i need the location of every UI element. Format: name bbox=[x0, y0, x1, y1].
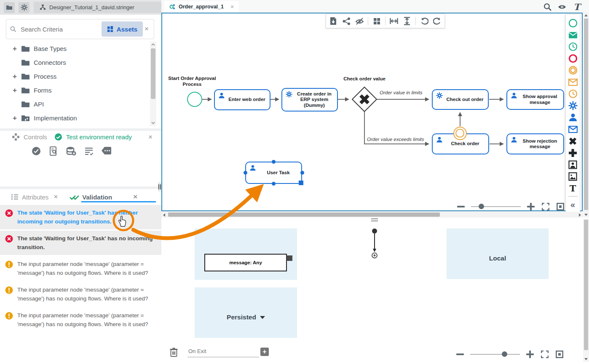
scroll-up-icon[interactable] bbox=[584, 14, 588, 16]
add-action-button[interactable]: + bbox=[260, 348, 269, 356]
validation-item-error[interactable]: The state 'Waiting for User_Task' has ne… bbox=[0, 205, 161, 229]
tab-attributes[interactable]: Attributes × bbox=[11, 193, 59, 201]
fit-view-icon[interactable] bbox=[556, 202, 565, 212]
left-splitter-handle[interactable] bbox=[158, 182, 161, 191]
service-task-icon[interactable] bbox=[568, 100, 578, 112]
tree-item-forms[interactable]: +Forms bbox=[0, 83, 148, 97]
scrollbar-thumb[interactable] bbox=[151, 48, 155, 99]
zoom-slider[interactable] bbox=[470, 354, 520, 355]
expand-icon[interactable]: + bbox=[11, 45, 19, 53]
scroll-down-icon[interactable] bbox=[584, 214, 588, 216]
resize-handle[interactable] bbox=[299, 181, 303, 185]
timer-intermediate-event-icon[interactable] bbox=[568, 88, 578, 100]
zoom-in-icon[interactable] bbox=[525, 349, 535, 359]
task-user-task[interactable]: User Task bbox=[245, 162, 302, 184]
parallel-gateway-icon[interactable] bbox=[568, 147, 578, 159]
zoom-out-icon[interactable] bbox=[455, 349, 465, 359]
intermediate-event-icon[interactable] bbox=[568, 64, 578, 76]
selection-handle[interactable] bbox=[300, 171, 304, 175]
tab-validation[interactable]: Validation × bbox=[70, 193, 139, 201]
scroll-left-icon[interactable] bbox=[163, 213, 165, 217]
delete-button[interactable] bbox=[169, 347, 178, 357]
tab-order-approval[interactable]: Order_approval_1 × bbox=[164, 1, 239, 13]
chevron-down-icon[interactable] bbox=[260, 316, 265, 319]
search-input[interactable] bbox=[20, 25, 85, 33]
tree-item-base-types[interactable]: +Base Types bbox=[0, 42, 148, 56]
validate-button[interactable] bbox=[31, 146, 41, 158]
canvas-hscrollbar[interactable] bbox=[161, 212, 583, 218]
task-show-approval[interactable]: Show approval message bbox=[506, 89, 564, 110]
start-event[interactable] bbox=[187, 92, 202, 107]
selection-handle[interactable] bbox=[272, 160, 276, 164]
validation-item-warning[interactable]: The input parameter node 'message' (para… bbox=[0, 256, 161, 281]
timer-start-event-icon[interactable] bbox=[568, 41, 578, 53]
tree-scrollbar[interactable] bbox=[150, 42, 156, 126]
scrollbar-thumb[interactable] bbox=[584, 220, 588, 350]
expand-icon[interactable]: + bbox=[11, 114, 19, 122]
selection-handle[interactable] bbox=[244, 171, 247, 175]
tree-item-implementation[interactable]: +Implementation bbox=[0, 111, 148, 125]
zoom-in-icon[interactable] bbox=[526, 202, 535, 212]
scrollbar-thumb[interactable] bbox=[584, 19, 588, 210]
scroll-up-icon[interactable] bbox=[151, 43, 155, 46]
group-persisted[interactable]: Persisted bbox=[195, 287, 297, 338]
search-icon[interactable] bbox=[543, 2, 552, 12]
tree-item-process[interactable]: +Process bbox=[0, 69, 148, 83]
image-icon[interactable] bbox=[568, 170, 578, 182]
connector-handle[interactable] bbox=[286, 255, 292, 261]
eye-icon[interactable] bbox=[557, 2, 567, 12]
expand-icon[interactable]: + bbox=[11, 86, 19, 95]
controls-close-icon[interactable]: × bbox=[147, 133, 154, 141]
tag-button[interactable] bbox=[101, 146, 112, 158]
boundary-event[interactable] bbox=[453, 127, 467, 140]
validation-item-warning[interactable]: The input parameter node 'message' (para… bbox=[0, 282, 161, 306]
zoom-out-icon[interactable] bbox=[456, 202, 466, 212]
end-event-icon[interactable] bbox=[568, 53, 578, 64]
assets-button[interactable]: Assets bbox=[102, 21, 143, 37]
task-create-order[interactable]: Create order in ERP system (Dummy) bbox=[281, 88, 338, 112]
inspect-document-button[interactable] bbox=[48, 146, 59, 158]
fullscreen-icon[interactable] bbox=[540, 349, 549, 359]
expand-icon[interactable]: + bbox=[11, 72, 19, 81]
text-tool-icon[interactable]: T bbox=[572, 2, 581, 12]
panel-drag-handle[interactable] bbox=[371, 218, 378, 222]
tree-item-connectors[interactable]: Connectors bbox=[0, 56, 148, 69]
fit-view-icon[interactable] bbox=[555, 349, 564, 359]
tab-close-icon[interactable]: × bbox=[230, 3, 234, 10]
zoom-slider-handle[interactable] bbox=[479, 204, 484, 209]
scroll-down-icon[interactable] bbox=[584, 358, 588, 360]
message-intermediate-event-icon[interactable] bbox=[568, 76, 578, 88]
project-tab[interactable]: Designer_Tutorial_1_david.stringer bbox=[34, 2, 161, 13]
group-local[interactable]: Local bbox=[447, 228, 549, 279]
settings-button[interactable] bbox=[19, 2, 29, 13]
diagram-canvas[interactable]: Start Order Approval Process Check order… bbox=[161, 13, 583, 211]
validation-item-warning[interactable]: The input parameter node 'message' (para… bbox=[0, 308, 161, 332]
scroll-down-icon[interactable] bbox=[151, 121, 155, 125]
tree-item-api[interactable]: API bbox=[0, 97, 148, 111]
scroll-right-icon[interactable] bbox=[579, 213, 581, 217]
send-task-icon[interactable] bbox=[568, 123, 578, 135]
scrollbar-thumb[interactable] bbox=[168, 213, 440, 217]
message-start-event-icon[interactable] bbox=[568, 29, 578, 41]
exclusive-gateway-icon[interactable] bbox=[568, 135, 578, 147]
validation-close-icon[interactable]: × bbox=[131, 193, 139, 201]
attributes-close-icon[interactable]: × bbox=[52, 193, 59, 201]
selection-handle[interactable] bbox=[272, 182, 276, 186]
fullscreen-icon[interactable] bbox=[541, 202, 550, 212]
task-enter-web-order[interactable]: Enter web order bbox=[214, 89, 270, 110]
panel-vscrollbar[interactable] bbox=[583, 219, 589, 362]
checklist-button[interactable] bbox=[84, 146, 94, 158]
task-check-out-order[interactable]: Check out order bbox=[432, 89, 489, 110]
zoom-slider-handle[interactable] bbox=[502, 351, 507, 357]
user-task-icon[interactable] bbox=[568, 112, 578, 123]
folder-button[interactable] bbox=[4, 2, 15, 13]
zoom-slider[interactable] bbox=[471, 206, 521, 207]
database-reset-button[interactable] bbox=[66, 146, 77, 158]
task-show-rejection[interactable]: Show rejection message bbox=[506, 133, 564, 154]
on-exit-field[interactable] bbox=[187, 348, 259, 357]
start-event-icon[interactable] bbox=[568, 17, 578, 29]
message-parameter-node[interactable]: message: Any bbox=[204, 254, 287, 271]
lane-icon[interactable] bbox=[568, 159, 578, 170]
text-annotation-icon[interactable]: T bbox=[568, 182, 578, 194]
collapse-palette-button[interactable]: « bbox=[568, 199, 578, 210]
